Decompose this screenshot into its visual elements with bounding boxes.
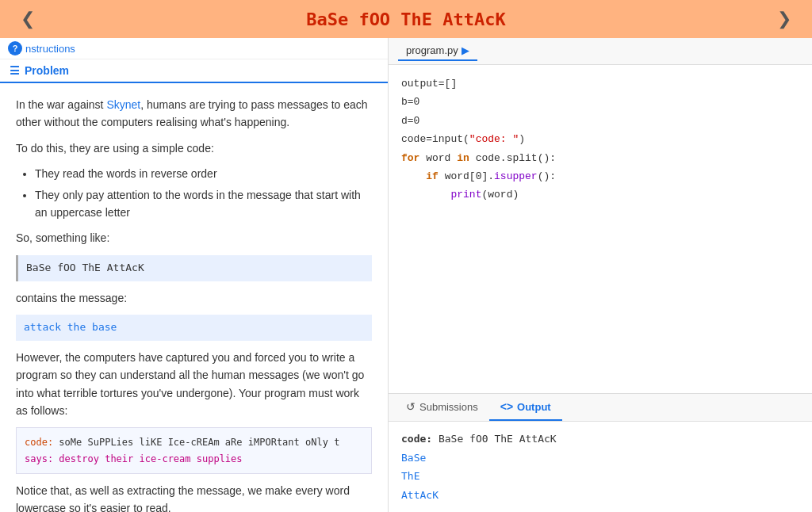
instructions-text: nstructions xyxy=(25,43,75,55)
code-input-label: code: xyxy=(25,437,59,448)
file-tab-label: program.py xyxy=(406,44,458,56)
prev-button[interactable]: ❮ xyxy=(13,6,43,32)
instructions-link[interactable]: ? nstructions xyxy=(0,38,388,59)
sample-code-block: BaSe fOO ThE AttAcK xyxy=(16,255,372,281)
code-line-4: code=input("code: ") xyxy=(401,130,799,148)
problem-tab[interactable]: ☰ Problem xyxy=(0,59,388,83)
problem-content: In the war against Skynet, humans are tr… xyxy=(0,83,388,512)
code-editor[interactable]: output=[] b=0 d=0 code=input("code: ") f… xyxy=(389,65,812,394)
left-panel: ? nstructions ☰ Problem In the war again… xyxy=(0,38,389,512)
file-tab: program.py ▶ xyxy=(389,38,812,65)
sample-message-block: attack the base xyxy=(16,315,372,341)
para5: However, the computers have captured you… xyxy=(16,349,372,420)
main-layout: ? nstructions ☰ Problem In the war again… xyxy=(0,38,812,512)
right-panel: program.py ▶ output=[] b=0 d=0 code=inpu… xyxy=(389,38,812,512)
code-line-6: if word[0].isupper(): xyxy=(401,167,799,185)
code-line-7: print(word) xyxy=(401,185,799,204)
code-line-1: output=[] xyxy=(401,75,799,93)
output-line-2: ThE xyxy=(401,467,799,485)
doc-icon: ☰ xyxy=(10,64,20,77)
submissions-tab[interactable]: ↺ Submissions xyxy=(395,394,489,421)
para6: Notice that, as well as extracting the m… xyxy=(16,482,372,512)
output-tab[interactable]: <> Output xyxy=(489,394,562,421)
code-input-line: code: soMe SuPPLies liKE Ice-cREAm aRe i… xyxy=(25,434,363,450)
code-example-block: code: soMe SuPPLies liKE Ice-cREAm aRe i… xyxy=(16,427,372,474)
code-says-value: destroy their ice-cream supplies xyxy=(59,453,242,464)
bullet-1: They read the words in reverse order xyxy=(35,165,372,182)
next-button[interactable]: ❯ xyxy=(769,6,799,32)
output-line-1: BaSe xyxy=(401,449,799,467)
info-icon: ? xyxy=(8,41,22,55)
output-line-3: AttAcK xyxy=(401,486,799,504)
intro-text-1: In the war against xyxy=(16,98,106,111)
problem-tab-label: Problem xyxy=(25,64,69,77)
code-says-line: says: destroy their ice-cream supplies xyxy=(25,451,363,467)
submissions-label: Submissions xyxy=(419,401,478,413)
code-input-value: soMe SuPPLies liKE Ice-cREAm aRe iMPORta… xyxy=(59,437,339,448)
bullet-2: They only pay attention to the words in … xyxy=(35,186,372,222)
bottom-tabs: ↺ Submissions <> Output xyxy=(389,394,812,422)
code-line-2: b=0 xyxy=(401,93,799,111)
output-icon: <> xyxy=(500,400,513,413)
file-tab-item[interactable]: program.py ▶ xyxy=(398,41,477,61)
code-line-5: for word in code.split(): xyxy=(401,149,799,167)
para3: So, something like: xyxy=(16,229,372,246)
code-says-label: says: xyxy=(25,453,59,464)
output-input-line: code: BaSe fO0 ThE AttAcK xyxy=(401,430,799,448)
output-input-label: code: xyxy=(401,433,439,445)
challenge-title: BaSe fOO ThE AttAcK xyxy=(306,10,506,29)
para2: To do this, they are using a simple code… xyxy=(16,139,372,157)
code-line-3: d=0 xyxy=(401,112,799,130)
intro-paragraph: In the war against Skynet, humans are tr… xyxy=(16,96,372,132)
skynet-link[interactable]: Skynet xyxy=(106,98,140,111)
output-panel: code: BaSe fO0 ThE AttAcK BaSe ThE AttAc… xyxy=(389,422,812,512)
output-input-value: BaSe fO0 ThE AttAcK xyxy=(439,433,557,445)
output-label: Output xyxy=(517,401,551,413)
bullet-list: They read the words in reverse order The… xyxy=(35,165,372,221)
top-header: ❮ BaSe fOO ThE AttAcK ❯ xyxy=(0,0,812,38)
run-icon[interactable]: ▶ xyxy=(462,44,469,56)
para4: contains the message: xyxy=(16,289,372,307)
submissions-icon: ↺ xyxy=(406,400,416,413)
